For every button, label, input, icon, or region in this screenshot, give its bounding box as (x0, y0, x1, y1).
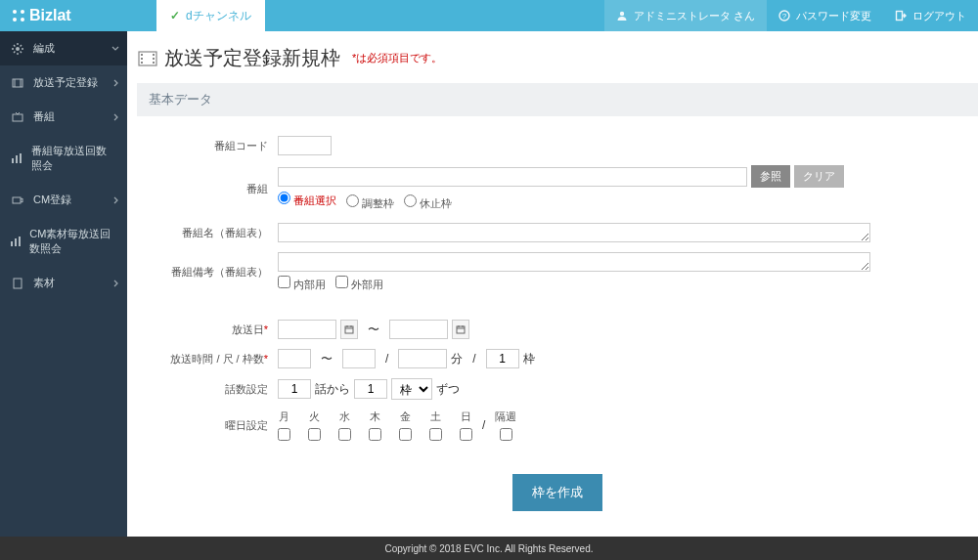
day-sat-check[interactable] (429, 428, 442, 441)
password-change[interactable]: ? パスワード変更 (767, 0, 883, 31)
day-mon-check[interactable] (278, 428, 290, 441)
chart-icon (10, 236, 22, 247)
label-program-note: 番組備考（番組表） (151, 265, 278, 280)
help-icon: ? (778, 10, 790, 22)
broadcast-date-from[interactable] (278, 320, 336, 339)
sidebar-item-material[interactable]: 素材 (0, 266, 127, 300)
svg-rect-22 (141, 62, 143, 64)
page-title: 放送予定登録新規枠 (164, 45, 340, 71)
day-sun: 日 (460, 409, 472, 441)
day-tue: 火 (308, 409, 321, 441)
alt-week-check[interactable] (500, 428, 512, 441)
calendar-icon[interactable] (340, 320, 358, 339)
logout[interactable]: ログアウト (883, 0, 978, 31)
admin-user-label: アドミニストレータ さん (634, 9, 755, 23)
day-fri-check[interactable] (399, 428, 412, 441)
form: 番組コード 番組 参照 クリア 番組選択 調整枠 休止枠 (137, 116, 978, 537)
time-to[interactable] (342, 349, 376, 368)
sidebar-item-label: 素材 (33, 276, 55, 290)
broadcast-date-to[interactable] (389, 320, 448, 339)
check-internal[interactable]: 内部用 (278, 276, 326, 292)
day-sun-check[interactable] (460, 428, 472, 441)
check-external[interactable]: 外部用 (335, 276, 383, 292)
svg-rect-27 (457, 326, 465, 333)
sidebar-item-compose[interactable]: 編成 (0, 31, 127, 65)
gear-icon (10, 43, 25, 55)
program-input[interactable] (278, 167, 747, 187)
admin-user[interactable]: アドミニストレータ さん (604, 0, 767, 31)
check-icon: ✓ (170, 9, 180, 22)
svg-rect-7 (897, 12, 903, 21)
svg-text:?: ? (782, 12, 787, 21)
footer: Copyright © 2018 EVC Inc. All Rights Res… (0, 537, 978, 560)
alt-week: 隔週 (495, 409, 516, 441)
minutes-label: 分 (451, 351, 463, 367)
usage-checks: 内部用 外部用 (278, 276, 383, 292)
topbar: Bizlat ✓ dチャンネル アドミニストレータ さん ? パスワード変更 ロ… (0, 0, 978, 31)
svg-point-8 (16, 47, 20, 51)
svg-rect-11 (12, 158, 14, 163)
slot-count-input[interactable] (486, 349, 519, 368)
camera-icon (10, 194, 25, 206)
sidebar-item-schedule[interactable]: 放送予定登録 (0, 65, 127, 100)
page-title-row: 放送予定登録新規枠 *は必須項目です。 (137, 31, 978, 83)
svg-rect-16 (15, 238, 17, 246)
svg-rect-14 (13, 197, 21, 203)
program-name-input[interactable] (278, 223, 870, 242)
each-label: ずつ (436, 381, 460, 398)
program-note-input[interactable] (278, 252, 870, 272)
chevron-down-icon (111, 45, 119, 53)
episode-start-input[interactable] (278, 379, 311, 399)
brand-text: Bizlat (29, 7, 71, 24)
day-wed-check[interactable] (338, 428, 351, 441)
episode-unit-select[interactable]: 枠 (391, 378, 432, 400)
chevron-right-icon (113, 196, 119, 204)
svg-rect-24 (153, 58, 155, 60)
label-broadcast-date: 放送日* (151, 323, 278, 337)
svg-point-4 (620, 12, 624, 16)
create-slot-button[interactable]: 枠を作成 (512, 474, 602, 511)
radio-stop-slot[interactable]: 休止枠 (404, 194, 452, 211)
radio-adjust-slot[interactable]: 調整枠 (346, 194, 394, 211)
browse-button[interactable]: 参照 (751, 165, 790, 188)
svg-rect-18 (14, 279, 22, 288)
label-program-name: 番組名（番組表） (151, 226, 278, 240)
tilde: 〜 (321, 351, 333, 367)
logout-icon (895, 10, 907, 22)
sidebar-item-program[interactable]: 番組 (0, 100, 127, 134)
film-icon (10, 77, 25, 89)
svg-point-3 (21, 18, 24, 22)
calendar-icon[interactable] (452, 320, 469, 339)
main-content: 放送予定登録新規枠 *は必須項目です。 基本データ 番組コード 番組 参照 クリ… (127, 31, 978, 537)
time-from[interactable] (278, 349, 311, 368)
svg-rect-15 (11, 241, 13, 246)
sidebar-item-cm-material-count[interactable]: CM素材毎放送回数照会 (0, 217, 127, 266)
day-thu-check[interactable] (369, 428, 381, 441)
radio-program-select[interactable]: 番組選択 (278, 192, 336, 213)
slash: / (385, 352, 388, 366)
sidebar-item-program-count[interactable]: 番組毎放送回数照会 (0, 134, 127, 183)
program-code-input[interactable] (278, 136, 332, 155)
chevron-right-icon (113, 113, 119, 121)
chevron-right-icon (113, 280, 119, 287)
label-program-code: 番組コード (151, 139, 278, 153)
slash: / (472, 352, 475, 366)
svg-point-0 (13, 10, 17, 14)
brand-logo: Bizlat (0, 0, 156, 31)
svg-rect-26 (345, 326, 353, 333)
svg-rect-25 (153, 62, 155, 64)
panel-header: 基本データ (137, 83, 978, 116)
channel-tab[interactable]: ✓ dチャンネル (156, 0, 265, 31)
clear-button[interactable]: クリア (794, 165, 844, 188)
sidebar-item-label: 編成 (33, 41, 55, 56)
slot-type-radios: 番組選択 調整枠 休止枠 (278, 192, 452, 213)
episode-step-input[interactable] (354, 379, 387, 399)
svg-rect-23 (153, 54, 155, 56)
file-icon (10, 278, 25, 289)
slash: / (482, 418, 485, 432)
duration-input[interactable] (398, 349, 447, 368)
label-program: 番組 (151, 182, 278, 196)
day-tue-check[interactable] (308, 428, 321, 441)
sidebar-item-cm-register[interactable]: CM登録 (0, 183, 127, 217)
svg-rect-13 (20, 153, 22, 163)
